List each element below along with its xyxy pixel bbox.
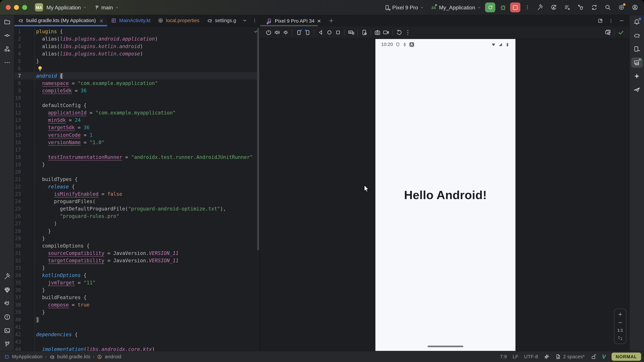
code-line-4[interactable]: 4 alias(libs.plugins.kotlin.compose) <box>14 50 260 57</box>
tool-button-more-tools[interactable] <box>1 56 13 69</box>
power-icon[interactable] <box>265 29 272 36</box>
line-number[interactable]: 32 <box>14 257 35 264</box>
line-number[interactable]: 27 <box>14 220 35 227</box>
editor-vertical-scrollbar[interactable] <box>257 28 259 250</box>
code-line-27[interactable]: 27 ) <box>14 220 260 227</box>
line-number[interactable]: 1 <box>14 28 35 35</box>
gesture-nav-handle[interactable] <box>428 346 463 347</box>
line-number[interactable]: 38 <box>14 301 35 309</box>
close-tab-icon[interactable]: × <box>99 17 104 24</box>
breadcrumb-item[interactable]: build.gradle.kts <box>57 354 90 360</box>
zoom-in-icon[interactable] <box>618 312 622 317</box>
file-encoding[interactable]: UTF-8 <box>524 354 538 360</box>
line-number[interactable]: 34 <box>14 272 35 279</box>
overview-icon[interactable] <box>334 29 341 36</box>
rerun-button[interactable] <box>485 2 495 12</box>
minimize-window-button[interactable] <box>14 5 19 10</box>
line-number[interactable]: 9 <box>14 87 35 94</box>
code-line-6[interactable]: 6 <box>14 65 260 72</box>
line-number[interactable]: 26 <box>14 213 35 220</box>
line-number[interactable]: 28 <box>14 227 35 235</box>
code-line-25[interactable]: 25 getDefaultProguardFile("proguard-andr… <box>14 205 260 213</box>
code-line-28[interactable]: 28 } <box>14 227 260 235</box>
code-line-21[interactable]: 21 buildTypes { <box>14 176 260 183</box>
run-configuration-selector[interactable]: My_Application <box>430 4 481 10</box>
line-number[interactable]: 8 <box>14 80 35 87</box>
more-icon[interactable] <box>404 29 411 36</box>
hide-panel-icon[interactable] <box>619 18 624 23</box>
code-line-43[interactable]: 43 <box>14 338 260 346</box>
attach-debugger-icon[interactable] <box>578 4 584 10</box>
panel-options-kebab-icon[interactable] <box>608 18 614 23</box>
home-icon[interactable] <box>326 29 332 36</box>
code-line-12[interactable]: 12 applicationId = "com.example.myapplic… <box>14 109 260 116</box>
line-number[interactable]: 42 <box>14 331 35 338</box>
line-number[interactable]: 24 <box>14 198 35 205</box>
device-screen[interactable]: 10:20 A Hello Android! <box>375 39 515 351</box>
code-line-42[interactable]: 42dependencies { <box>14 331 260 338</box>
line-number[interactable]: 7 <box>14 72 35 80</box>
fit-to-window-icon[interactable] <box>618 336 622 340</box>
device-selector[interactable]: Pixel 9 Pro <box>384 4 424 10</box>
screenshot-zoom-icon[interactable] <box>604 29 611 36</box>
zoom-out-icon[interactable] <box>618 320 622 325</box>
code-line-24[interactable]: 24 proguardFiles( <box>14 198 260 205</box>
code-line-20[interactable]: 20 <box>14 168 260 176</box>
line-number[interactable]: 4 <box>14 50 35 57</box>
line-number[interactable]: 41 <box>14 324 35 331</box>
code-line-9[interactable]: 9 compileSdk = 36 <box>14 87 260 94</box>
editor-tab-0[interactable]: build.gradle.kts (My Application)× <box>14 15 107 26</box>
line-number[interactable]: 10 <box>14 94 35 102</box>
close-icon[interactable]: × <box>317 18 321 24</box>
add-device-tab-icon[interactable] <box>328 18 334 23</box>
code-line-10[interactable]: 10 <box>14 94 260 102</box>
code-line-44[interactable]: 44 implementation(libs.androidx.core.ktx… <box>14 346 260 351</box>
code-line-30[interactable]: 30 compileOptions { <box>14 242 260 250</box>
tool-button-commit[interactable] <box>1 29 13 42</box>
breadcrumb-item[interactable]: MyApplication <box>12 354 42 360</box>
code-line-35[interactable]: 35 jvmTarget = "11" <box>14 279 260 286</box>
line-number[interactable]: 16 <box>14 139 35 146</box>
line-number[interactable]: 15 <box>14 131 35 139</box>
code-line-17[interactable]: 17 <box>14 146 260 153</box>
line-number[interactable]: 13 <box>14 117 35 124</box>
tool-button-running-devices[interactable] <box>631 57 643 68</box>
tool-button-gemini-spark[interactable] <box>631 69 643 83</box>
line-number[interactable]: 37 <box>14 294 35 301</box>
screen-record-icon[interactable] <box>382 29 389 36</box>
code-line-5[interactable]: 5} <box>14 57 260 65</box>
line-number[interactable]: 29 <box>14 235 35 242</box>
volume-down-icon[interactable] <box>282 29 289 36</box>
code-line-7[interactable]: 7android { <box>14 72 260 80</box>
chevron-down-icon[interactable] <box>242 18 247 23</box>
code-line-41[interactable]: 41 <box>14 324 260 331</box>
tool-button-terminal[interactable] <box>1 324 13 337</box>
line-number[interactable]: 30 <box>14 242 35 250</box>
editor-tab-3[interactable]: settings.g <box>203 15 240 26</box>
build-hammer-icon[interactable] <box>537 4 544 10</box>
line-number[interactable]: 19 <box>14 161 35 168</box>
tool-button-resource-manager[interactable] <box>1 42 13 56</box>
apply-code-changes-icon[interactable] <box>564 4 570 10</box>
line-ending[interactable]: LF <box>512 354 518 360</box>
line-number[interactable]: 17 <box>14 146 35 153</box>
close-window-button[interactable] <box>6 5 10 10</box>
tool-button-paper-plane[interactable] <box>631 83 643 96</box>
zoom-ratio-button[interactable]: 1:1 <box>617 328 623 333</box>
stop-button[interactable] <box>510 2 520 12</box>
apply-changes-icon[interactable] <box>550 4 557 10</box>
line-number[interactable]: 14 <box>14 124 35 131</box>
code-line-19[interactable]: 19 } <box>14 161 260 168</box>
device-tab[interactable]: Pixel 9 Pro API 34 × <box>260 15 324 26</box>
line-number[interactable]: 40 <box>14 316 35 324</box>
tab-list-kebab-icon[interactable] <box>252 18 257 23</box>
line-number[interactable]: 39 <box>14 309 35 316</box>
tool-button-project-folder[interactable] <box>1 15 13 29</box>
line-number[interactable]: 12 <box>14 109 35 116</box>
code-line-14[interactable]: 14 targetSdk = 36 <box>14 124 260 131</box>
vim-mode-badge[interactable]: NORMAL <box>612 353 641 361</box>
line-number[interactable]: 43 <box>14 338 35 346</box>
code-line-40[interactable]: 40} <box>14 316 260 324</box>
line-number[interactable]: 5 <box>14 57 35 65</box>
line-number[interactable]: 11 <box>14 102 35 109</box>
